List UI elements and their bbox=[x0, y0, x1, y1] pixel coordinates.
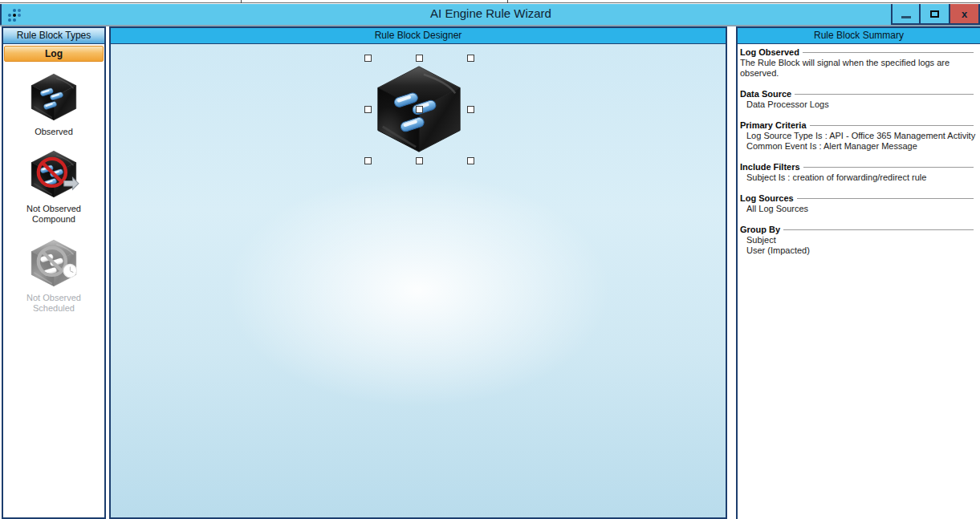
selection-handle[interactable] bbox=[364, 157, 372, 164]
not-observed-scheduled-cube-icon bbox=[22, 237, 85, 289]
log-observed-cube-icon bbox=[22, 71, 85, 123]
background-window-divider bbox=[507, 0, 508, 3]
summary-section: Log SourcesAll Log Sources bbox=[740, 193, 974, 214]
not-observed-compound-cube-icon bbox=[22, 148, 85, 200]
summary-section-rule bbox=[803, 52, 974, 53]
maximize-icon bbox=[930, 10, 939, 18]
background-window-edge bbox=[0, 0, 980, 3]
summary-section-rule bbox=[803, 167, 974, 168]
summary-section-rule bbox=[810, 125, 974, 126]
rule-block-type-label: Not Observed Scheduled bbox=[10, 293, 98, 314]
selection-handle[interactable] bbox=[364, 55, 372, 62]
log-category-button[interactable]: Log bbox=[4, 46, 104, 62]
rule-block-type-observed[interactable]: Observed bbox=[10, 71, 98, 137]
rule-block-summary-header: Rule Block Summary bbox=[738, 28, 980, 44]
summary-section-line: Subject bbox=[740, 235, 974, 245]
background-window-divider bbox=[241, 0, 242, 3]
selection-handle[interactable] bbox=[416, 106, 423, 113]
summary-section-rule bbox=[797, 198, 974, 199]
designer-canvas[interactable] bbox=[111, 44, 726, 517]
summary-section: Group BySubjectUser (Impacted) bbox=[740, 225, 974, 256]
close-button[interactable]: x bbox=[950, 4, 980, 25]
close-icon: x bbox=[962, 8, 967, 20]
selection-handle[interactable] bbox=[416, 157, 423, 164]
summary-section-title: Include Filters bbox=[740, 162, 800, 172]
summary-section-rule bbox=[795, 94, 974, 95]
summary-section-line: Log Source Type Is : API - Office 365 Ma… bbox=[740, 131, 974, 141]
rule-block-summary-panel: Rule Block Summary Log ObservedThe Rule … bbox=[736, 26, 980, 519]
selection-handle[interactable] bbox=[364, 106, 372, 113]
selection-handle[interactable] bbox=[467, 106, 474, 113]
summary-section-rule bbox=[783, 229, 974, 230]
minimize-icon bbox=[901, 16, 911, 18]
selection-handle[interactable] bbox=[416, 55, 423, 62]
summary-section-title: Primary Criteria bbox=[740, 120, 807, 131]
summary-section-title: Data Source bbox=[740, 89, 791, 99]
minimize-button[interactable] bbox=[891, 4, 921, 25]
title-bar: AI Engine Rule Wizard x bbox=[0, 4, 980, 25]
rule-block-designer-panel: Rule Block Designer bbox=[109, 26, 727, 519]
summary-section: Include FiltersSubject Is : creation of … bbox=[740, 162, 974, 183]
summary-section-line: User (Impacted) bbox=[740, 245, 974, 256]
summary-section-line: The Rule Block will signal when the spec… bbox=[740, 58, 974, 79]
summary-section: Primary CriteriaLog Source Type Is : API… bbox=[740, 120, 974, 152]
summary-section: Data SourceData Processor Logs bbox=[740, 89, 974, 110]
selection-handle[interactable] bbox=[467, 55, 474, 62]
rule-block-types-panel: Rule Block Types Log Observed Not Observ… bbox=[2, 26, 106, 519]
rule-block-types-header: Rule Block Types bbox=[3, 28, 104, 44]
selected-rule-block[interactable] bbox=[364, 55, 474, 164]
summary-sections: Log ObservedThe Rule Block will signal w… bbox=[738, 44, 980, 256]
rule-block-type-label: Not Observed Compound bbox=[10, 204, 98, 225]
summary-section-title: Group By bbox=[740, 225, 780, 235]
summary-section: Log ObservedThe Rule Block will signal w… bbox=[740, 47, 974, 79]
rule-block-type-not-observed-compound[interactable]: Not Observed Compound bbox=[10, 148, 98, 225]
summary-section-line: Subject Is : creation of forwarding/redi… bbox=[740, 172, 974, 183]
rule-block-type-label: Observed bbox=[10, 127, 98, 137]
rule-block-type-not-observed-scheduled: Not Observed Scheduled bbox=[10, 237, 98, 314]
summary-section-line: All Log Sources bbox=[740, 204, 974, 214]
summary-section-line: Data Processor Logs bbox=[740, 99, 974, 110]
rule-block-type-list: Observed Not Observed Compound bbox=[3, 63, 104, 314]
summary-section-line: Common Event Is : Alert Manager Message bbox=[740, 141, 974, 152]
window-title: AI Engine Rule Wizard bbox=[2, 6, 980, 20]
maximize-button[interactable] bbox=[921, 4, 950, 25]
summary-section-title: Log Sources bbox=[740, 193, 794, 204]
selection-handle[interactable] bbox=[467, 157, 474, 164]
rule-block-designer-header: Rule Block Designer bbox=[111, 28, 726, 44]
summary-section-title: Log Observed bbox=[740, 47, 799, 58]
